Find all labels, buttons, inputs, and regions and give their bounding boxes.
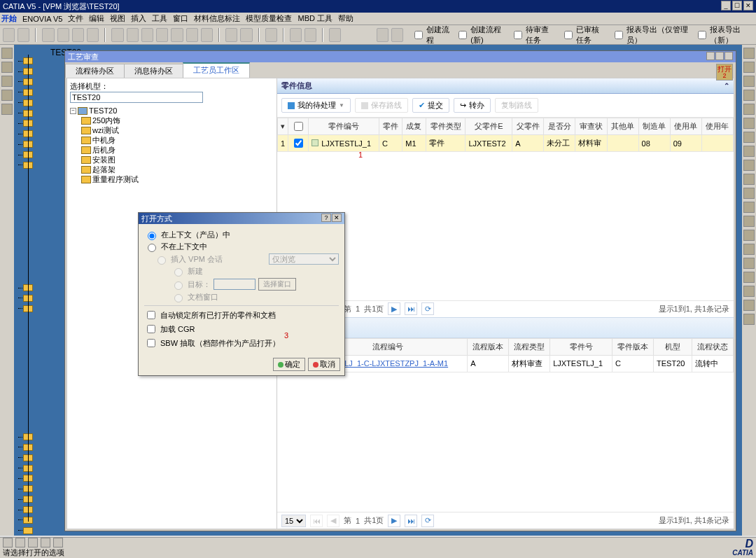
tab-worker[interactable]: 工艺员工作区 (183, 62, 250, 78)
tool-icon[interactable] (391, 28, 403, 42)
check-create-flow[interactable]: 创建流程 (412, 25, 450, 46)
minimize-button[interactable]: _ (721, 1, 731, 11)
spec-node[interactable] (18, 484, 63, 494)
tree-item[interactable]: 安装图 (70, 155, 274, 165)
spec-node[interactable] (18, 442, 63, 452)
tool-icon[interactable] (377, 28, 388, 42)
spec-node[interactable] (18, 67, 63, 77)
tool-icon[interactable] (171, 28, 183, 42)
spec-node[interactable] (18, 150, 63, 160)
close-button[interactable]: ✕ (743, 1, 753, 11)
tool-icon[interactable] (42, 28, 54, 42)
tool-icon[interactable] (290, 28, 302, 42)
spec-node[interactable] (18, 160, 63, 170)
spec-node[interactable] (18, 515, 63, 525)
check-report-admin[interactable]: 报表导出（仅管理员） (612, 25, 690, 46)
spec-node[interactable] (18, 118, 63, 129)
side-icon[interactable] (743, 272, 755, 283)
pager-next[interactable]: ▶ (388, 515, 400, 527)
spec-node[interactable] (18, 525, 63, 536)
side-icon[interactable] (743, 76, 755, 87)
spec-node[interactable] (18, 77, 63, 88)
page-size-select[interactable]: 15 (281, 515, 306, 527)
inner-min-button[interactable] (706, 52, 715, 60)
tool-icon[interactable] (18, 28, 29, 42)
spec-node[interactable] (18, 283, 63, 293)
side-icon[interactable] (743, 188, 755, 199)
pager-last[interactable]: ⏭ (405, 302, 417, 315)
menu-window[interactable]: 窗口 (173, 13, 188, 24)
tool-icon[interactable] (156, 28, 168, 42)
tree-item[interactable]: 后机身 (70, 145, 274, 155)
side-icon[interactable] (743, 90, 755, 101)
tool-icon[interactable] (265, 28, 277, 42)
pager-reload[interactable]: ⟳ (421, 302, 434, 315)
inner-close-button[interactable] (724, 52, 733, 60)
tool-icon[interactable] (304, 28, 316, 42)
pager-last[interactable]: ⏭ (405, 515, 417, 527)
table-row[interactable]: 1 LJXTESTLJ_1 C M1 零件 LJXTEST2 A 未分工 材料审… (278, 135, 734, 152)
tree-item[interactable]: 起落架 (70, 165, 274, 174)
side-icon[interactable] (743, 300, 755, 311)
menu-help[interactable]: 帮助 (338, 13, 354, 24)
tool-icon[interactable] (57, 28, 69, 42)
tool-icon[interactable] (72, 28, 84, 42)
spec-node[interactable] (18, 56, 63, 67)
side-icon[interactable] (743, 146, 755, 157)
side-icon[interactable] (743, 244, 755, 255)
tool-icon[interactable] (329, 28, 341, 42)
menu-material[interactable]: 材料信息标注 (194, 13, 240, 24)
tree-item[interactable]: 中机身 (70, 135, 274, 145)
menu-start[interactable]: 开始 (1, 13, 17, 24)
side-icon[interactable] (743, 62, 755, 73)
spec-node[interactable] (18, 303, 63, 314)
spec-node[interactable] (18, 432, 63, 442)
menu-edit[interactable]: 编辑 (89, 13, 104, 24)
tool-icon[interactable] (225, 28, 237, 42)
select-model-input[interactable] (70, 92, 203, 103)
side-icon[interactable] (743, 48, 755, 59)
side-icon[interactable] (743, 314, 755, 325)
table-row[interactable]: 1 LJXTESTLJ_1-C-LJXTESTZPJ_1-A-M1 A 材料审查… (278, 355, 734, 372)
side-icon[interactable] (743, 286, 755, 297)
side-icon[interactable] (743, 160, 755, 171)
cancel-button[interactable]: 取消 (308, 358, 340, 371)
pager-first[interactable]: ⏮ (310, 515, 323, 527)
menu-insert[interactable]: 插入 (131, 13, 146, 24)
row-checkbox[interactable] (294, 139, 303, 148)
tool-icon[interactable] (111, 28, 123, 42)
check-load-cgr[interactable] (147, 325, 155, 333)
side-icon[interactable] (743, 202, 755, 213)
maximize-button[interactable]: ☐ (732, 1, 742, 11)
menu-mbd[interactable]: MBD 工具 (298, 13, 332, 24)
open-button[interactable]: 打开2 (716, 64, 733, 81)
spec-node[interactable] (18, 129, 63, 139)
btn-my-pending[interactable]: 我的待处理▼ (281, 98, 351, 113)
tab-msg-todo[interactable]: 消息待办区 (124, 64, 183, 78)
tool-icon[interactable] (141, 28, 153, 42)
menu-view[interactable]: 视图 (110, 13, 125, 24)
side-icon[interactable] (743, 132, 755, 143)
tool-icon[interactable] (87, 28, 99, 42)
spec-node[interactable] (18, 97, 63, 108)
pager-prev[interactable]: ◀ (327, 515, 340, 527)
side-icon[interactable] (743, 258, 755, 269)
side-icon[interactable] (1, 48, 13, 59)
side-icon[interactable] (1, 62, 13, 73)
tool-icon[interactable] (3, 28, 15, 42)
menu-quality[interactable]: 模型质量检查 (246, 13, 292, 24)
pager-next[interactable]: ▶ (388, 302, 400, 315)
btn-submit[interactable]: ✔提交 (412, 98, 449, 113)
status-icon[interactable] (28, 538, 38, 547)
spec-node[interactable] (18, 463, 63, 473)
check-report-new[interactable]: 报表导出（新） (695, 25, 753, 46)
pager-reload[interactable]: ⟳ (421, 515, 434, 527)
ok-button[interactable]: 确定 (273, 358, 305, 371)
inner-max-button[interactable] (715, 52, 724, 60)
spec-node[interactable] (18, 505, 63, 515)
side-icon[interactable] (743, 118, 755, 129)
spec-node[interactable] (18, 452, 63, 463)
collapse-icon[interactable]: ⌃ (724, 82, 729, 90)
check-reviewed[interactable]: 已审核任务 (561, 25, 606, 46)
tool-icon[interactable] (186, 28, 198, 42)
